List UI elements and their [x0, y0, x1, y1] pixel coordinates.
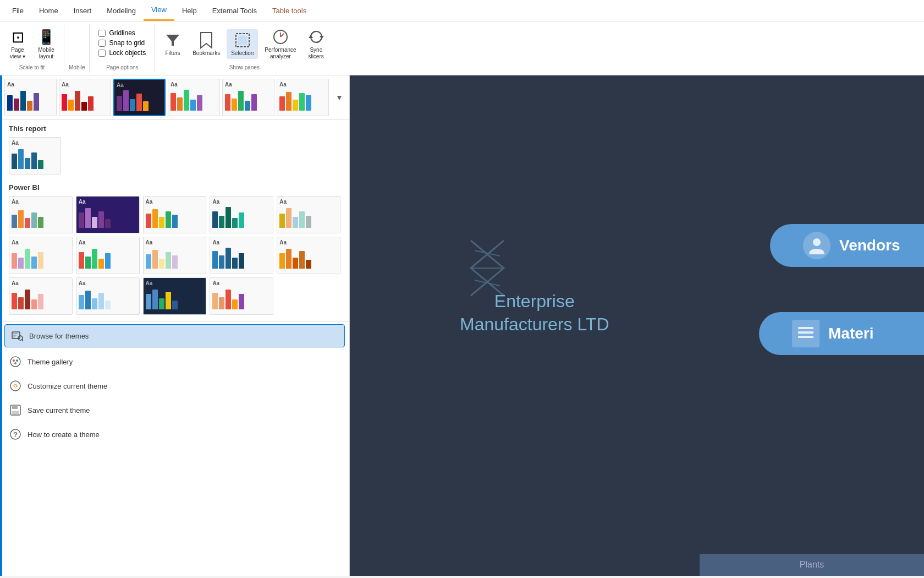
plants-tab-label[interactable]: Plants [800, 560, 824, 570]
thumb-label: Aa [117, 82, 162, 88]
customize-theme-menuitem[interactable]: Customize current theme [0, 374, 349, 398]
current-theme-thumb[interactable]: Aa [9, 137, 61, 175]
pb-theme-8[interactable]: Aa [143, 237, 207, 274]
bookmarks-label: Bookmarks [193, 50, 220, 57]
pb-theme-2[interactable]: Aa [76, 196, 140, 233]
thumb-label: Aa [170, 81, 217, 88]
snap-to-grid-input[interactable] [98, 40, 106, 47]
pb-theme-7[interactable]: Aa [76, 237, 140, 274]
svg-point-10 [13, 359, 15, 362]
theme-thumb-top-2[interactable]: Aa [59, 79, 111, 116]
tab-help[interactable]: Help [174, 1, 205, 20]
ribbon-group-show-panes: Filters Bookmarks Selection [155, 24, 333, 73]
how-to-menuitem[interactable]: ? How to create a theme [0, 422, 349, 446]
snap-to-grid-checkbox[interactable]: Snap to grid [98, 39, 146, 47]
svg-point-23 [813, 238, 821, 246]
sync-slicers-label: Syncslicers [308, 47, 323, 60]
lock-objects-checkbox[interactable]: Lock objects [98, 49, 146, 57]
lock-objects-input[interactable] [98, 50, 106, 57]
page-view-icon: ⊡ [9, 28, 26, 46]
tab-modeling[interactable]: Modeling [99, 1, 144, 20]
material-button[interactable]: Materi [759, 312, 924, 355]
page-options-group-label: Page options [106, 64, 138, 70]
theme-scroll-down-button[interactable]: ▼ [334, 93, 345, 102]
power-bi-section-label: Power BI [0, 179, 349, 194]
browse-themes-icon [10, 329, 24, 342]
svg-rect-2 [238, 36, 247, 45]
thumb-bars [7, 89, 54, 111]
pb-theme-10[interactable]: Aa [277, 237, 340, 274]
tab-external-tools[interactable]: External Tools [205, 1, 265, 20]
theme-thumb-top-5[interactable]: Aa [222, 79, 274, 116]
save-theme-menuitem[interactable]: Save current theme [0, 398, 349, 422]
page-view-label: Pageview ▾ [10, 47, 25, 60]
theme-thumb-top-1[interactable]: Aa [4, 79, 57, 116]
theme-gallery-menuitem[interactable]: Theme gallery [0, 350, 349, 374]
selection-button[interactable]: Selection [227, 29, 258, 59]
vendors-button[interactable]: Vendors [770, 224, 924, 267]
performance-analyzer-label: Performanceanalyzer [265, 47, 296, 60]
snap-to-grid-label: Snap to grid [109, 39, 145, 47]
tab-home[interactable]: Home [31, 1, 66, 20]
bookmarks-button[interactable]: Bookmarks [188, 29, 224, 59]
canvas-panel: Enterprise Manufacturers LTD Vendors Mat… [350, 75, 924, 576]
theme-thumb-top-6[interactable]: Aa [277, 79, 329, 116]
ribbon-group-scale: ⊡ Pageview ▾ 📱 Mobilelayout Scale to fit [0, 24, 64, 73]
pb-theme-9[interactable]: Aa [210, 237, 273, 274]
material-icon [792, 320, 820, 347]
thumb-bars [62, 89, 108, 111]
thumb-bars [225, 89, 272, 111]
pb-theme-3[interactable]: Aa [143, 196, 207, 233]
gridlines-label: Gridlines [109, 29, 135, 37]
bottom-navigation-bar: Plants [700, 554, 924, 576]
left-accent [0, 75, 2, 576]
browse-themes-menuitem[interactable]: Browse for themes [4, 324, 345, 347]
pb-theme-1[interactable]: Aa [9, 196, 73, 233]
tab-view[interactable]: View [144, 0, 174, 21]
thumb-label: Aa [225, 81, 272, 88]
page-view-button[interactable]: ⊡ Pageview ▾ [4, 26, 31, 62]
gridlines-input[interactable] [98, 30, 106, 37]
theme-gallery-label: Theme gallery [28, 358, 73, 366]
theme-thumb-top-4[interactable]: Aa [168, 79, 220, 116]
pb-theme-6[interactable]: Aa [9, 237, 73, 274]
theme-gallery-panel: Aa Aa [0, 75, 350, 576]
pb-theme-14[interactable]: Aa [210, 277, 273, 315]
thumb-bars [279, 89, 326, 111]
menu-items-section: Browse for themes Theme gallery [0, 321, 349, 446]
show-panes-buttons: Filters Bookmarks Selection [160, 26, 329, 62]
how-to-label: How to create a theme [28, 430, 100, 439]
svg-point-12 [14, 362, 16, 364]
gridlines-checkbox[interactable]: Gridlines [98, 29, 146, 37]
pb-theme-13[interactable]: Aa [143, 277, 207, 315]
customize-theme-label: Customize current theme [28, 382, 107, 390]
ribbon-group-page-options: Gridlines Snap to grid Lock objects Page… [90, 24, 155, 73]
thumb-bars [117, 89, 162, 111]
lock-objects-label: Lock objects [109, 49, 146, 57]
browse-themes-label: Browse for themes [29, 332, 89, 340]
theme-top-scroll-row: Aa Aa [0, 75, 349, 120]
filters-icon [164, 31, 182, 49]
performance-analyzer-button[interactable]: Performanceanalyzer [260, 26, 300, 62]
save-theme-label: Save current theme [28, 406, 90, 415]
theme-thumb-top-3[interactable]: Aa [113, 79, 166, 116]
pb-theme-11[interactable]: Aa [9, 277, 73, 315]
selection-icon [234, 31, 251, 49]
svg-point-11 [16, 359, 18, 362]
tab-insert[interactable]: Insert [66, 1, 100, 20]
svg-rect-17 [12, 411, 19, 415]
thumb-label: Aa [279, 81, 326, 88]
pb-theme-4[interactable]: Aa [210, 196, 273, 233]
sync-slicers-button[interactable]: Syncslicers [303, 26, 329, 62]
filters-button[interactable]: Filters [160, 29, 186, 59]
vendors-icon [803, 232, 831, 259]
tab-file[interactable]: File [4, 1, 31, 20]
mobile-layout-button[interactable]: 📱 Mobilelayout [33, 26, 59, 62]
tab-table-tools[interactable]: Table tools [265, 1, 314, 20]
pb-theme-5[interactable]: Aa [277, 196, 340, 233]
mobile-group-label: Mobile [69, 64, 85, 70]
svg-text:?: ? [13, 430, 18, 439]
save-theme-icon [9, 403, 22, 417]
pb-theme-12[interactable]: Aa [76, 277, 140, 315]
bookmarks-icon [197, 31, 215, 49]
